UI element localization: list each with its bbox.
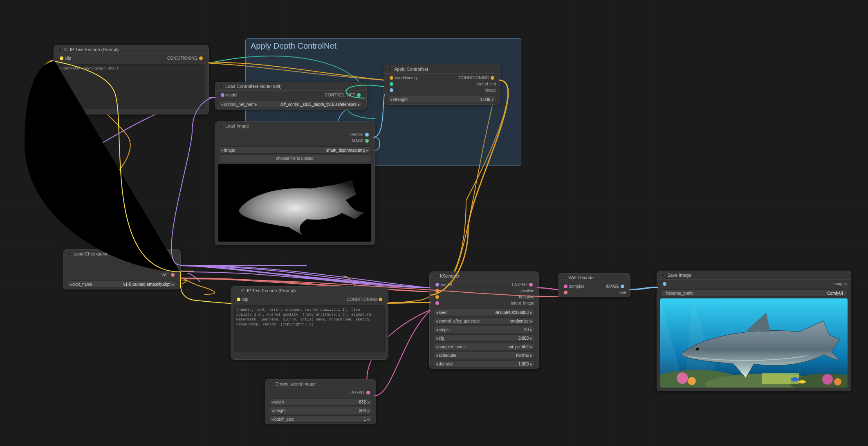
svg-point-5 — [677, 372, 688, 384]
port-conditioning-out[interactable]: CONDITIONING — [459, 76, 489, 80]
widget-image-file[interactable]: ◂imageshark_depthmap.png▸ — [218, 146, 371, 154]
widget-strength[interactable]: ◂strength1.000▸ — [387, 96, 497, 103]
widget-denoise[interactable]: ◂denoise1.000▸ — [433, 360, 535, 368]
node-title: CLIP Text Encode (Prompt) — [241, 288, 296, 293]
collapse-dot-icon[interactable] — [235, 289, 239, 293]
node-save-image[interactable]: Save Image images filename_prefixComfyUI — [657, 271, 851, 391]
port-image-out[interactable]: IMAGE — [350, 132, 363, 137]
node-title: Load Checkpoint — [74, 251, 108, 256]
node-load-checkpoint[interactable]: Load Checkpoint MODEL CLIP VAE ◂ckpt_nam… — [63, 249, 181, 289]
port-clip-out[interactable]: CLIP — [160, 267, 169, 271]
node-title: Save Image — [667, 273, 691, 278]
node-load-image[interactable]: Load Image IMAGE MASK ◂imageshark_depthm… — [215, 121, 375, 245]
node-title: Load Image — [225, 123, 249, 128]
collapse-dot-icon[interactable] — [434, 274, 437, 278]
widget-steps[interactable]: ◂steps20▸ — [433, 326, 535, 333]
node-title: KSampler — [440, 273, 460, 278]
widget-height[interactable]: ◂height384▸ — [269, 407, 372, 414]
svg-point-7 — [822, 374, 833, 385]
collapse-dot-icon[interactable] — [219, 85, 223, 88]
port-image-in[interactable]: image — [485, 88, 496, 92]
port-model[interactable]: model — [226, 93, 237, 97]
widget-width[interactable]: ◂width832▸ — [269, 398, 372, 406]
widget-control-after-generate[interactable]: ◂control_after_generaterandomize▸ — [433, 317, 535, 325]
node-load-controlnet-model-diff[interactable]: Load ControlNet Model (diff) modelCONTRO… — [215, 82, 367, 110]
port-latent-out[interactable]: LATENT — [512, 282, 527, 287]
port-vae-out[interactable]: VAE — [161, 273, 169, 277]
collapse-dot-icon[interactable] — [661, 273, 665, 277]
port-images-in[interactable]: images — [834, 282, 847, 286]
port-conditioning-out[interactable]: CONDITIONING — [347, 297, 377, 302]
port-control-net-in[interactable]: control_net — [476, 82, 496, 86]
choose-file-button[interactable]: choose file to upload — [218, 155, 371, 162]
node-title: Empty Latent Image — [276, 381, 316, 386]
svg-point-8 — [834, 378, 841, 385]
port-conditioning[interactable]: CONDITIONING — [167, 56, 197, 61]
port-control-net[interactable]: CONTROL_NET — [325, 93, 355, 97]
widget-batch-size[interactable]: ◂batch_size1▸ — [269, 415, 372, 423]
collapse-dot-icon[interactable] — [562, 276, 566, 280]
node-ksampler[interactable]: KSampler modelLATENT positive negative l… — [429, 271, 539, 369]
port-samples-in[interactable]: samples — [569, 284, 584, 289]
port-vae-in[interactable]: vae — [619, 290, 626, 295]
widget-filename-prefix[interactable]: filename_prefixComfyUI — [660, 289, 848, 297]
group-title: Apply Depth ControlNet — [246, 39, 521, 53]
port-latent-out[interactable]: LATENT — [349, 390, 365, 395]
svg-point-11 — [791, 377, 799, 381]
widget-cfg[interactable]: ◂cfg8.000▸ — [433, 334, 535, 342]
port-latent-image-in[interactable]: latent_image — [511, 301, 534, 305]
depthmap-preview-image — [218, 164, 371, 242]
node-clip-text-encode-prompt[interactable]: CLIP Text Encode (Prompt) clipCONDITIONI… — [54, 45, 209, 114]
negative-prompt-textarea[interactable]: (hands), text, error, cropped, (worst qu… — [234, 305, 385, 352]
svg-point-10 — [696, 348, 699, 351]
port-clip-in[interactable]: clip — [242, 297, 248, 302]
node-clip-text-encode-negative[interactable]: CLIP Text Encode (Prompt) clipCONDITIONI… — [231, 286, 388, 360]
svg-point-6 — [688, 377, 696, 385]
port-conditioning-in[interactable]: conditioning — [395, 76, 417, 80]
port-clip[interactable]: clip — [65, 56, 71, 61]
prompt-textarea[interactable]: underwater photograph shark — [57, 64, 205, 109]
widget-seed[interactable]: ◂seed891858402356003▸ — [433, 309, 535, 316]
widget-control-net-name[interactable]: ◂control_net_namediff_control_sd15_depth… — [218, 101, 363, 108]
port-model-out[interactable]: MODEL — [155, 260, 169, 265]
node-title: CLIP Text Encode (Prompt) — [64, 47, 119, 52]
collapse-dot-icon[interactable] — [388, 67, 392, 71]
port-mask-out[interactable]: MASK — [352, 139, 363, 143]
node-title: VAE Decode — [568, 275, 594, 280]
node-vae-decode[interactable]: VAE Decode samplesIMAGE vae — [558, 273, 630, 297]
output-preview-image — [660, 298, 848, 388]
node-empty-latent-image[interactable]: Empty Latent Image LATENT ◂width832▸ ◂he… — [265, 379, 376, 424]
port-model-in[interactable]: model — [441, 282, 452, 287]
widget-ckpt-name[interactable]: ◂ckpt_namev1-5-pruned-emaonly.ckpt▸ — [67, 280, 177, 288]
port-image-out[interactable]: IMAGE — [606, 284, 619, 289]
node-title: Load ControlNet Model (diff) — [225, 84, 282, 89]
widget-scheduler[interactable]: ◂schedulernormal▸ — [433, 352, 535, 359]
collapse-dot-icon[interactable] — [58, 48, 62, 52]
node-title: Apply ControlNet — [394, 67, 428, 72]
collapse-dot-icon[interactable] — [269, 382, 273, 386]
node-apply-controlnet[interactable]: Apply ControlNet conditioningCONDITIONIN… — [384, 65, 500, 105]
port-positive-in[interactable]: positive — [520, 289, 534, 293]
port-negative-in[interactable]: negative — [519, 295, 534, 299]
svg-point-12 — [798, 380, 806, 383]
collapse-dot-icon[interactable] — [219, 124, 223, 128]
widget-sampler-name[interactable]: ◂sampler_nameuni_pc_bh2▸ — [433, 343, 535, 350]
collapse-dot-icon[interactable] — [67, 252, 71, 256]
